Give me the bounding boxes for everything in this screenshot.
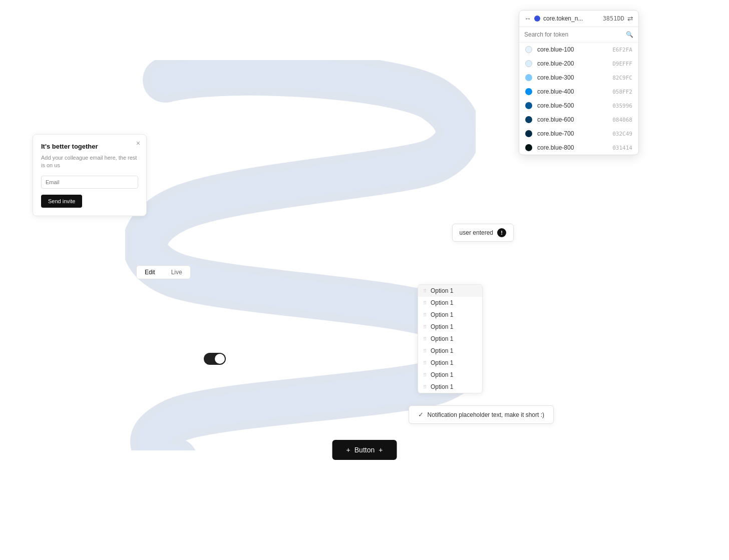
token-name-label: core.blue-300 (537, 74, 607, 81)
notification-text: Notification placeholder text, make it s… (428, 411, 544, 418)
drag-icon: ⠿ (423, 312, 427, 318)
checkmark-icon: ✓ (418, 411, 424, 418)
drag-icon: ⠿ (423, 300, 427, 306)
user-entered-badge: user entered ! (452, 224, 514, 242)
invite-card: × It's better together Add your colleagu… (33, 134, 147, 216)
token-list-item[interactable]: core.blue-800031414 (519, 141, 638, 155)
list-item[interactable]: ⠿Option 1 (418, 345, 482, 357)
option-label: Option 1 (431, 311, 453, 318)
toggle-knob (215, 354, 225, 364)
button-label: Button (354, 446, 375, 454)
token-color-dot (525, 116, 532, 123)
token-list-item[interactable]: core.blue-100E6F2FA (519, 43, 638, 57)
option-label: Option 1 (431, 383, 453, 390)
token-list-item[interactable]: core.blue-700032C49 (519, 127, 638, 141)
list-item[interactable]: ⠿Option 1 (418, 297, 482, 309)
token-hex-value: 084068 (612, 117, 632, 123)
token-hex-value: 82C9FC (612, 75, 632, 81)
edit-button[interactable]: Edit (137, 266, 163, 279)
token-search-bar[interactable]: 🔍 (519, 27, 638, 43)
list-item[interactable]: ⠿Option 1 (418, 381, 482, 393)
token-panel-header: ↔ core.token_n... 3851DD ⇄ (519, 11, 638, 27)
token-list-item[interactable]: core.blue-30082C9FC (519, 71, 638, 85)
option-label: Option 1 (431, 335, 453, 342)
user-entered-text: user entered (460, 229, 493, 236)
warning-icon: ! (497, 228, 506, 237)
token-name-label: core.blue-800 (537, 144, 607, 151)
list-item[interactable]: ⠿Option 1 (418, 309, 482, 321)
unlink-icon[interactable]: ⇄ (627, 15, 633, 23)
drag-icon: ⠿ (423, 384, 427, 390)
list-item[interactable]: ⠿Option 1 (418, 333, 482, 345)
token-hex-value: E6F2FA (612, 47, 632, 53)
token-name-label: core.blue-400 (537, 88, 607, 95)
search-icon: 🔍 (626, 31, 633, 38)
option-label: Option 1 (431, 371, 453, 378)
token-name-label: core.blue-600 (537, 116, 607, 123)
drag-icon: ⠿ (423, 360, 427, 366)
invite-title: It's better together (41, 143, 138, 150)
token-color-dot (525, 46, 532, 53)
token-name-label: core.blue-100 (537, 46, 607, 53)
toggle-container[interactable] (204, 353, 226, 365)
main-button[interactable]: + Button + (332, 440, 397, 460)
token-current-name: core.token_n... (543, 15, 600, 22)
options-dropdown: ⠿Option 1⠿Option 1⠿Option 1⠿Option 1⠿Opt… (418, 284, 483, 393)
close-icon[interactable]: × (136, 140, 140, 147)
list-item[interactable]: ⠿Option 1 (418, 285, 482, 297)
token-name-label: core.blue-200 (537, 60, 607, 67)
token-current-dot (534, 16, 540, 22)
token-hex-value: 035996 (612, 103, 632, 109)
drag-icon: ⠿ (423, 288, 427, 294)
edit-live-toggle[interactable]: Edit Live (136, 265, 191, 279)
button-prefix-icon: + (346, 446, 350, 454)
live-button[interactable]: Live (163, 266, 190, 279)
option-label: Option 1 (431, 287, 453, 294)
token-color-dot (525, 130, 532, 137)
token-name-label: core.blue-500 (537, 102, 607, 109)
token-current-hex: 3851DD (603, 15, 624, 22)
token-hex-value: 031414 (612, 145, 632, 151)
drag-icon: ⠿ (423, 372, 427, 378)
option-label: Option 1 (431, 359, 453, 366)
token-list-item[interactable]: core.blue-600084068 (519, 113, 638, 127)
drag-icon: ⠿ (423, 324, 427, 330)
token-list: core.blue-100E6F2FAcore.blue-200D9EFFFco… (519, 43, 638, 155)
list-item[interactable]: ⠿Option 1 (418, 369, 482, 381)
drag-icon: ⠿ (423, 336, 427, 342)
resize-icon: ↔ (524, 15, 531, 23)
list-item[interactable]: ⠿Option 1 (418, 357, 482, 369)
token-color-dot (525, 88, 532, 95)
token-list-item[interactable]: core.blue-400058FF2 (519, 85, 638, 99)
token-name-label: core.blue-700 (537, 130, 607, 137)
search-input[interactable] (524, 31, 623, 38)
token-color-dot (525, 144, 532, 151)
token-list-item[interactable]: core.blue-500035996 (519, 99, 638, 113)
token-color-dot (525, 74, 532, 81)
invite-subtitle: Add your colleague email here, the rest … (41, 154, 138, 170)
token-hex-value: 058FF2 (612, 89, 632, 95)
token-hex-value: D9EFFF (612, 61, 632, 67)
token-list-item[interactable]: core.blue-200D9EFFF (519, 57, 638, 71)
token-color-dot (525, 102, 532, 109)
list-item[interactable]: ⠿Option 1 (418, 321, 482, 333)
token-color-panel: ↔ core.token_n... 3851DD ⇄ 🔍 core.blue-1… (519, 10, 639, 155)
button-suffix-icon: + (379, 446, 383, 454)
option-label: Option 1 (431, 323, 453, 330)
send-invite-button[interactable]: Send invite (41, 195, 82, 208)
option-label: Option 1 (431, 299, 453, 306)
email-field[interactable] (41, 176, 138, 189)
token-hex-value: 032C49 (612, 131, 632, 137)
option-label: Option 1 (431, 347, 453, 354)
drag-icon: ⠿ (423, 348, 427, 354)
notification-toast: ✓ Notification placeholder text, make it… (409, 405, 554, 424)
token-color-dot (525, 60, 532, 67)
toggle-switch[interactable] (204, 353, 226, 365)
